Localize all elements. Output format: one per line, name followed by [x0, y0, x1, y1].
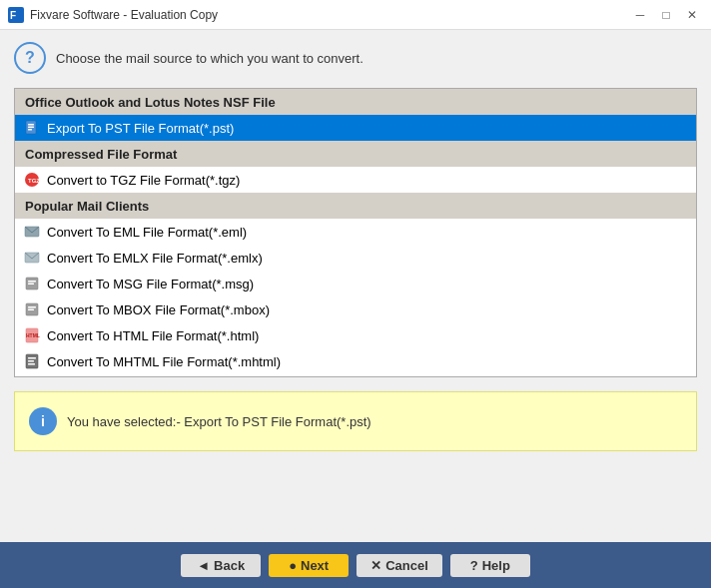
help-button[interactable]: ? Help	[450, 554, 530, 577]
list-item-pst[interactable]: Export To PST File Format(*.pst)	[15, 115, 696, 141]
list-item-mhtml[interactable]: Convert To MHTML File Format(*.mhtml)	[15, 348, 696, 374]
titlebar-controls: ─ □ ✕	[629, 4, 703, 26]
cancel-icon: ✕	[370, 558, 381, 573]
maximize-button[interactable]: □	[655, 4, 677, 26]
svg-rect-20	[28, 360, 34, 362]
header-icon: ?	[14, 42, 46, 74]
list-item-emlx[interactable]: Convert To EMLX File Format(*.emlx)	[15, 245, 696, 271]
info-box: i You have selected:- Export To PST File…	[14, 391, 697, 451]
help-label: Help	[482, 558, 510, 573]
pst-label: Export To PST File Format(*.pst)	[47, 121, 234, 136]
header-description: Choose the mail source to which you want…	[56, 51, 363, 66]
next-button[interactable]: ● Next	[269, 554, 349, 577]
main-container: ? Choose the mail source to which you wa…	[0, 30, 711, 463]
msg-label: Convert To MSG File Format(*.msg)	[47, 277, 254, 292]
info-text: You have selected:- Export To PST File F…	[67, 414, 371, 429]
svg-rect-19	[28, 357, 36, 359]
list-item-msg[interactable]: Convert To MSG File Format(*.msg)	[15, 271, 696, 296]
svg-rect-5	[28, 129, 32, 131]
emlx-label: Convert To EMLX File Format(*.emlx)	[47, 251, 263, 266]
tgz-icon: TGZ	[23, 171, 41, 189]
list-item-tgz[interactable]: TGZ Convert to TGZ File Format(*.tgz)	[15, 167, 696, 193]
eml-label: Convert To EML File Format(*.eml)	[47, 225, 247, 240]
window-title: Fixvare Software - Evaluation Copy	[30, 8, 218, 22]
format-listbox[interactable]: Office Outlook and Lotus Notes NSF File …	[14, 88, 697, 377]
list-item-html[interactable]: HTML Convert To HTML File Format(*.html)	[15, 322, 696, 348]
next-label: Next	[301, 558, 329, 573]
list-item-eml[interactable]: Convert To EML File Format(*.eml)	[15, 219, 696, 245]
svg-rect-21	[28, 363, 35, 365]
back-icon: ◄	[197, 558, 210, 573]
close-button[interactable]: ✕	[681, 4, 703, 26]
help-icon: ?	[470, 558, 478, 573]
svg-rect-11	[28, 281, 36, 283]
tgz-label: Convert to TGZ File Format(*.tgz)	[47, 173, 240, 188]
mbox-label: Convert To MBOX File Format(*.mbox)	[47, 302, 270, 317]
app-icon: F	[8, 7, 24, 23]
mbox-icon	[23, 300, 41, 318]
back-label: Back	[214, 558, 245, 573]
svg-rect-14	[28, 306, 36, 308]
mhtml-label: Convert To MHTML File Format(*.mhtml)	[47, 354, 281, 369]
header: ? Choose the mail source to which you wa…	[14, 42, 697, 74]
cancel-label: Cancel	[385, 558, 428, 573]
titlebar: F Fixvare Software - Evaluation Copy ─ □…	[0, 0, 711, 30]
svg-text:HTML: HTML	[26, 332, 40, 338]
category-popular: Popular Mail Clients	[15, 193, 696, 219]
msg-icon	[23, 275, 41, 293]
next-icon: ●	[289, 558, 297, 573]
titlebar-left: F Fixvare Software - Evaluation Copy	[8, 7, 218, 23]
info-icon: i	[29, 407, 57, 435]
list-item-mbox[interactable]: Convert To MBOX File Format(*.mbox)	[15, 296, 696, 322]
cancel-button[interactable]: ✕ Cancel	[356, 554, 442, 577]
minimize-button[interactable]: ─	[629, 4, 651, 26]
category-outlook: Office Outlook and Lotus Notes NSF File	[15, 89, 696, 115]
svg-rect-12	[28, 284, 34, 286]
svg-rect-4	[28, 127, 34, 129]
svg-rect-3	[28, 124, 34, 126]
eml-icon	[23, 223, 41, 241]
list-item-pdf[interactable]: PDF Convert To PDF File Format(*.pdf)	[15, 374, 696, 377]
svg-text:TGZ: TGZ	[28, 178, 40, 184]
mhtml-icon	[23, 352, 41, 370]
bottom-bar: ◄ Back ● Next ✕ Cancel ? Help	[0, 542, 711, 588]
pst-icon	[23, 119, 41, 137]
emlx-icon	[23, 249, 41, 267]
back-button[interactable]: ◄ Back	[181, 554, 261, 577]
category-compressed: Compressed File Format	[15, 141, 696, 167]
svg-text:F: F	[10, 10, 16, 21]
html-icon: HTML	[23, 326, 41, 344]
svg-rect-15	[28, 309, 34, 311]
html-label: Convert To HTML File Format(*.html)	[47, 328, 259, 343]
